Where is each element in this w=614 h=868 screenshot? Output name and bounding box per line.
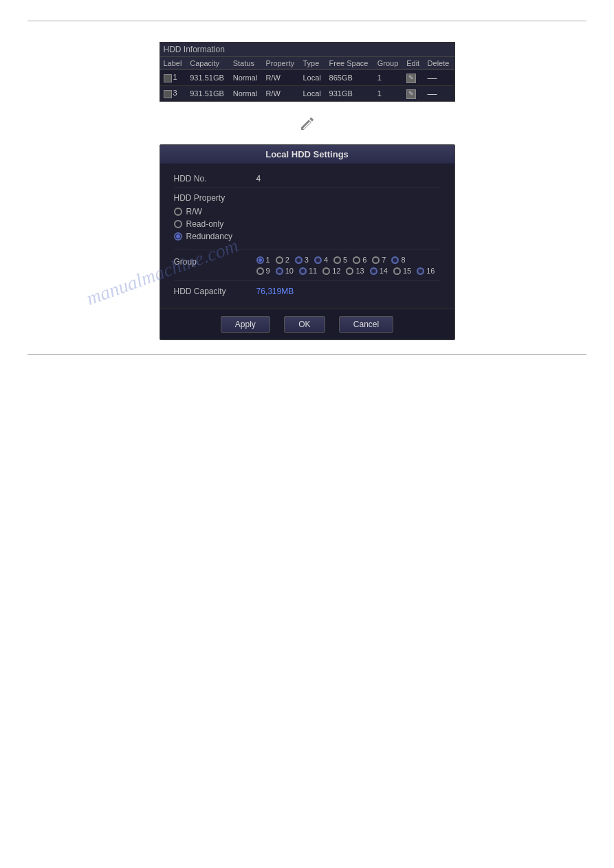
group-14[interactable]: 14: [370, 267, 388, 275]
group-5[interactable]: 5: [333, 256, 347, 264]
hdd-info-section: HDD Information Label Capacity Status Pr…: [160, 42, 455, 102]
dialog-title: Local HDD Settings: [160, 145, 454, 164]
group-15-num: 15: [403, 267, 411, 275]
rw-label: R/W: [186, 207, 202, 216]
group-6[interactable]: 6: [353, 256, 366, 264]
group-11-radio[interactable]: [299, 267, 307, 275]
group-13-num: 13: [355, 267, 364, 275]
group-2[interactable]: 2: [276, 256, 289, 264]
col-edit: Edit: [403, 57, 424, 70]
hdd-property-title: HDD Property: [174, 193, 441, 203]
row2-edit-icon[interactable]: ✎: [406, 89, 416, 99]
col-delete: Delete: [424, 57, 454, 70]
group-1-radio[interactable]: [256, 256, 264, 264]
row1-label: 1: [160, 70, 186, 86]
hdd-no-label: HDD No.: [174, 174, 256, 183]
col-type: Type: [299, 57, 325, 70]
hdd-property-section: HDD Property R/W Read-only Redundancy: [174, 188, 441, 250]
hdd-capacity-value: 76,319MB: [256, 287, 294, 296]
apply-button[interactable]: Apply: [221, 316, 270, 333]
row2-label: 3: [160, 86, 186, 102]
group-14-radio[interactable]: [370, 267, 377, 275]
row2-edit[interactable]: ✎: [403, 86, 424, 102]
group-3-num: 3: [305, 256, 309, 264]
pencil-icon[interactable]: [299, 115, 316, 132]
row1-group: 1: [374, 70, 404, 86]
redundancy-label: Redundancy: [186, 232, 232, 241]
col-label: Label: [160, 57, 186, 70]
group-4-radio[interactable]: [314, 256, 322, 264]
col-group: Group: [374, 57, 404, 70]
row1-edit[interactable]: ✎: [403, 70, 424, 86]
group-grid: 1 2 3 4: [256, 256, 435, 275]
group-1-num: 1: [266, 256, 270, 264]
group-15-radio[interactable]: [393, 267, 401, 275]
readonly-radio[interactable]: [174, 220, 182, 228]
property-redundancy-row: Redundancy: [174, 232, 441, 241]
hdd-table-title-row: HDD Information: [160, 43, 454, 57]
group-12-num: 12: [332, 267, 340, 275]
group-15[interactable]: 15: [393, 267, 411, 275]
ok-button[interactable]: OK: [284, 316, 325, 333]
property-readonly-row: Read-only: [174, 219, 441, 229]
row1-edit-icon[interactable]: ✎: [406, 74, 416, 83]
group-4[interactable]: 4: [314, 256, 328, 264]
group-9-radio[interactable]: [256, 267, 264, 275]
row2-group: 1: [374, 86, 404, 102]
cancel-button[interactable]: Cancel: [339, 316, 393, 333]
group-3-radio[interactable]: [295, 256, 303, 264]
page-container: HDD Information Label Capacity Status Pr…: [0, 0, 614, 868]
group-8-radio[interactable]: [391, 256, 399, 264]
group-7[interactable]: 7: [372, 256, 386, 264]
row1-capacity: 931.51GB: [186, 70, 229, 86]
row2-delete[interactable]: —: [424, 86, 454, 102]
group-16[interactable]: 16: [417, 267, 435, 275]
group-11-num: 11: [309, 267, 317, 275]
row2-delete-icon[interactable]: —: [428, 88, 437, 99]
group-7-radio[interactable]: [372, 256, 380, 264]
group-2-radio[interactable]: [276, 256, 283, 264]
group-11[interactable]: 11: [299, 267, 317, 275]
group-12-radio[interactable]: [322, 267, 330, 275]
bottom-divider: [28, 354, 586, 355]
group-10[interactable]: 10: [276, 267, 294, 275]
group-3[interactable]: 3: [295, 256, 309, 264]
row2-status: Normal: [230, 86, 263, 102]
row2-checkbox[interactable]: [164, 90, 172, 98]
row1-checkbox[interactable]: [164, 74, 172, 82]
group-row-2: 9 10 11 12: [256, 267, 435, 275]
col-property: Property: [262, 57, 299, 70]
group-16-radio[interactable]: [417, 267, 424, 275]
hdd-no-value: 4: [256, 174, 261, 183]
group-16-num: 16: [426, 267, 435, 275]
row1-delete-icon[interactable]: —: [428, 72, 437, 83]
group-9[interactable]: 9: [256, 267, 270, 275]
col-free-space: Free Space: [326, 57, 374, 70]
row1-delete[interactable]: —: [424, 70, 454, 86]
rw-radio[interactable]: [174, 208, 182, 216]
row1-property: R/W: [262, 70, 299, 86]
group-12[interactable]: 12: [322, 267, 340, 275]
group-6-radio[interactable]: [353, 256, 360, 264]
hdd-capacity-row: HDD Capacity 76,319MB: [174, 281, 441, 302]
redundancy-radio[interactable]: [174, 232, 182, 241]
row2-capacity: 931.51GB: [186, 86, 229, 102]
group-10-radio[interactable]: [276, 267, 283, 275]
table-row: 1 931.51GB Normal R/W Local 865GB 1 ✎ —: [160, 70, 454, 86]
group-5-num: 5: [343, 256, 347, 264]
group-9-num: 9: [266, 267, 270, 275]
row2-type: Local: [299, 86, 325, 102]
group-8-num: 8: [401, 256, 405, 264]
group-5-radio[interactable]: [333, 256, 341, 264]
group-8[interactable]: 8: [391, 256, 405, 264]
group-13-radio[interactable]: [346, 267, 353, 275]
group-7-num: 7: [382, 256, 386, 264]
dialog-body: HDD No. 4 HDD Property R/W Read-only: [160, 164, 454, 309]
dialog-container: Local HDD Settings HDD No. 4 HDD Propert…: [160, 144, 455, 340]
group-1[interactable]: 1: [256, 256, 270, 264]
row1-type: Local: [299, 70, 325, 86]
group-13[interactable]: 13: [346, 267, 364, 275]
property-rw-row: R/W: [174, 207, 441, 216]
hdd-info-title: HDD Information: [160, 43, 454, 57]
hdd-info-table: HDD Information Label Capacity Status Pr…: [160, 42, 455, 102]
